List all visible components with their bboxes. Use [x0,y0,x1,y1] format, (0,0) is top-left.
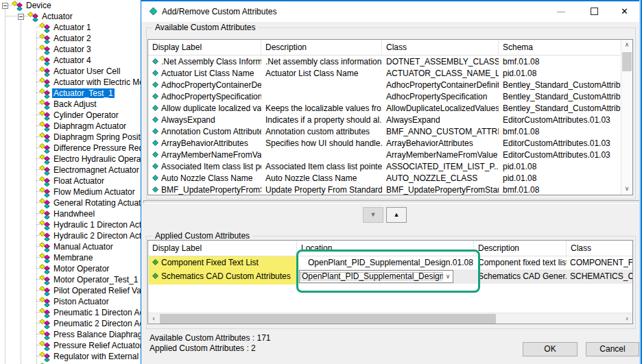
available-column-header-description[interactable]: Description [261,40,382,55]
tree-item-actuator-test-1[interactable]: Actuator_Test_1 [0,88,141,99]
cell-text: ASSOCIATED_ITEM_LIST_P... [386,162,499,171]
tree-item-label: General Rotating Actuator [52,198,141,208]
cancel-button[interactable]: Cancel [586,342,639,356]
available-column-header-display-label[interactable]: Display Label [148,40,261,55]
available-row-annotation-custom-attributes[interactable]: Annotation Custom AttributesAnnotation c… [148,125,621,137]
cell-text: Annotation Custom Attributes [161,127,261,136]
available-row-adhocpropertyspecification[interactable]: AdhocPropertySpecificationAdhocPropertyS… [148,90,621,102]
tree-item-piston-actuator[interactable]: Piston Actuator [0,296,141,307]
tree-item-pilot-operated-relief-valve[interactable]: Pilot Operated Relief Valve [0,285,141,296]
class-diamond-icon [39,253,50,263]
location-dropdown[interactable]: OpenPlant_PID_Supplemental_Design.01.0∨ [299,270,453,283]
class-diamond-icon [39,231,50,241]
tree-item-actuator-1[interactable]: Actuator 1 [0,22,141,33]
tree-item-diaphragm-actuator[interactable]: Diaphragm Actuator [0,121,141,132]
cell-text: Specifies how UI should handle... [265,138,382,148]
tree-item-motor-operator[interactable]: Motor Operator [0,263,141,274]
available-vertical-scrollbar[interactable]: ∧ ∨ [621,40,632,195]
cell-text: Keeps the localizable values fro... [265,104,382,113]
tree-item-handwheel[interactable]: Handwheel [0,208,141,219]
applied-row-schematics-cad-custom-attributes[interactable]: Schematics CAD Custom AttributesOpenPlan… [148,269,633,283]
scroll-right-icon[interactable]: › [621,313,632,324]
tree-item-cylinder-operator[interactable]: Cylinder Operator [0,110,141,121]
tree-item-device[interactable]: Device [0,0,141,11]
cell-text: pid.01.08 [503,173,536,183]
tree-item-motor-operator-test-1[interactable]: Motor Operator_Test_1 [0,274,141,285]
available-row-auto-nozzle-class-name[interactable]: Auto Nozzle Class NameAuto Nozzle Class … [148,172,621,184]
tree-item-general-rotating-actuator[interactable]: General Rotating Actuator [0,197,141,208]
background-window-edge [639,0,642,364]
tree-item-actuator-user-cell[interactable]: Actuator User Cell [0,66,141,77]
scroll-down-icon[interactable]: ∨ [621,184,632,195]
tree-item-difference-pressure-reduc[interactable]: Difference Pressure Reduc [0,143,141,154]
scrollbar-thumb[interactable] [160,314,496,324]
tree-item-regulator-with-external-tap[interactable]: Regulator with External Tap [0,351,141,362]
chevron-down-icon[interactable]: ∨ [443,273,453,280]
applied-class: SCHEMATICS_CAD [570,271,633,281]
available-row-actuator-list-class-name[interactable]: Actuator List Class NameActuator List Cl… [148,67,621,79]
available-row-arraymembernamefromvalue[interactable]: ArrayMemberNameFromValueArrayMemberNameF… [148,149,621,160]
available-row-net-assembly-class-informat[interactable]: .Net Assembly Class Informat....Net asse… [148,56,621,67]
tree-item-membrane[interactable]: Membrane [0,252,141,263]
available-row-associated-item-class-list-poi[interactable]: Associated Item class list poi...Associa… [148,160,621,172]
applied-column-header-display-label[interactable]: Display Label [148,241,297,256]
tree-item-hydraulic-2-directon-actuat[interactable]: Hydraulic 2 Directon Actuat [0,230,141,241]
tree-item-pressure-relief-actuator[interactable]: Pressure Relief Actuator [0,340,141,351]
class-diamond-icon [39,56,50,66]
tree-connector-line [36,290,40,291]
tree-item-float-actuator[interactable]: Float Actuator [0,175,141,186]
cell-text: ArrayBehaviorAttributes [161,138,248,148]
minimize-button[interactable]: — [545,1,577,22]
move-down-button[interactable]: ▼ [363,207,383,223]
tree-item-label: Pneumatic 1 Directon Actua [52,308,141,317]
tree-item-press-balance-diaphragm[interactable]: Press Balance Diaphragm [0,329,141,340]
tree-item-pneumatic-1-directon-actua[interactable]: Pneumatic 1 Directon Actua [0,307,141,318]
available-row-adhocpropertycontainerdefi[interactable]: AdhocPropertyContainerDefi...AdhocProper… [148,79,621,90]
move-up-button[interactable]: ▲ [386,207,407,223]
tree-item-actuator-with-electric-motor[interactable]: Actuator with Electric Motor [0,77,141,88]
available-row-allow-duplicate-localized-val[interactable]: Allow duplicate localized val...Keeps th… [148,102,621,114]
tree-item-pneumatic-2-directon-actua[interactable]: Pneumatic 2 Directon Actua [0,318,141,329]
applied-horizontal-scrollbar[interactable]: ‹ › [148,313,632,324]
available-row-arraybehaviorattributes[interactable]: ArrayBehaviorAttributesSpecifies how UI … [148,137,621,149]
cell-text: BMF_ANNO_CUSTOM_ATTRI... [386,127,499,136]
applied-column-header-class[interactable]: Class [567,241,633,256]
scroll-left-icon[interactable]: ‹ [148,313,159,324]
applied-column-header-description[interactable]: Description [474,241,567,256]
ok-button[interactable]: OK [523,342,578,356]
expand-collapse-toggle[interactable] [18,14,24,20]
tree-item-actuator-2[interactable]: Actuator 2 [0,33,141,44]
close-button[interactable]: ✕ [610,1,639,22]
cell-text: Auto Nozzle Class Name [265,173,357,183]
available-row-bmf-updatepropertyfromst[interactable]: BMF_UpdatePropertyFromSt...Update Proper… [148,184,621,195]
scroll-up-icon[interactable]: ∧ [621,40,632,51]
available-column-header-schema[interactable]: Schema [499,40,621,55]
available-column-header-class[interactable]: Class [382,40,499,55]
tree-item-label: Pilot Operated Relief Valve [52,286,141,295]
tree-connector-line [36,301,40,302]
cell-text: bmf.01.08 [503,57,539,66]
applied-row-component-fixed-text-list[interactable]: Component Fixed Text ListOpenPlant_PID_S… [148,256,633,269]
tree-item-label: Actuator User Cell [52,66,121,76]
class-diamond-icon [39,132,50,143]
tree-item-label: Motor Operator_Test_1 [52,275,139,284]
minus-icon [3,5,7,6]
tree-item-actuator-4[interactable]: Actuator 4 [0,55,141,66]
maximize-button[interactable] [578,1,610,22]
tree-item-manual-actuator[interactable]: Manual Actuator [0,241,141,252]
tree-item-diaphragm-spring-position[interactable]: Diaphragm Spring Position [0,132,141,143]
available-row-alwaysexpand[interactable]: AlwaysExpandIndicates if a property shou… [148,114,621,125]
applied-column-header-location[interactable]: Location [297,241,474,256]
tree-item-flow-medium-actuator[interactable]: Flow Medium Actuator [0,186,141,197]
tree-connector-line [36,38,40,38]
tree-item-hydraulic-1-directon-actuat[interactable]: Hydraulic 1 Directon Actuat [0,219,141,230]
scrollbar-thumb[interactable] [622,52,632,71]
available-attributes-list: Display LabelDescriptionClassSchema .Net… [147,39,633,195]
tree-item-back-adjust[interactable]: Back Adjust [0,99,141,110]
tree-item-actuator-3[interactable]: Actuator 3 [0,44,141,55]
tree-item-electro-hydraulic-operator[interactable]: Electro Hydraulic Operator [0,154,141,165]
expand-collapse-toggle[interactable] [2,3,8,9]
class-diamond-icon [39,176,50,186]
tree-item-electromagnet-actuator[interactable]: Electromagnet Actuator [0,165,141,175]
cell-text: ACTUATOR_CLASS_NAME_L... [386,69,499,78]
